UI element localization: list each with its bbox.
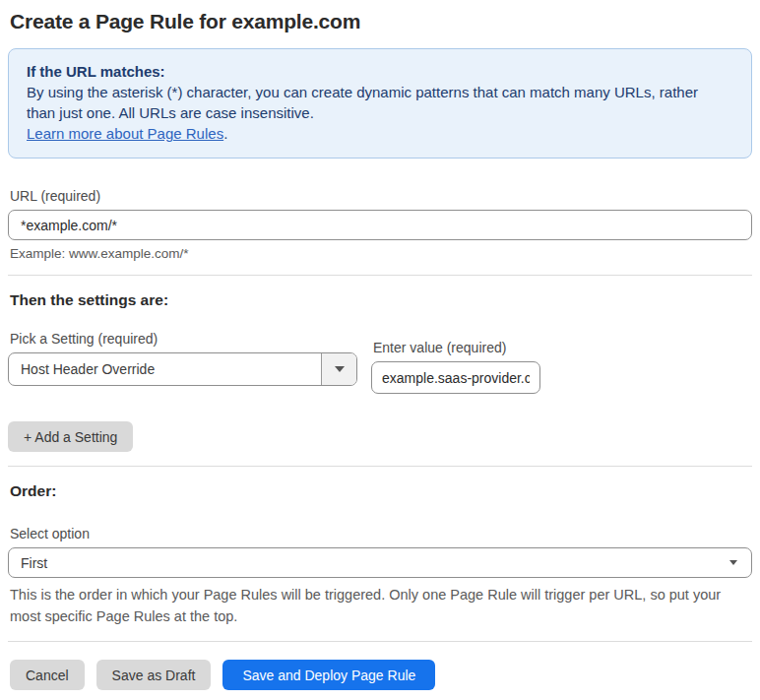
learn-more-link[interactable]: Learn more about Page Rules bbox=[27, 125, 223, 142]
order-help-text: This is the order in which your Page Rul… bbox=[10, 584, 742, 627]
add-setting-button[interactable]: + Add a Setting bbox=[8, 421, 133, 452]
order-select[interactable]: First bbox=[8, 547, 752, 578]
caret-down-icon bbox=[335, 366, 345, 372]
info-box-heading: If the URL matches: bbox=[27, 61, 733, 82]
setting-value-column: Enter value (required) bbox=[371, 340, 540, 394]
setting-picker-label: Pick a Setting (required) bbox=[10, 331, 357, 347]
url-example-hint: Example: www.example.com/* bbox=[10, 246, 752, 261]
setting-value-input[interactable] bbox=[371, 361, 540, 394]
link-suffix: . bbox=[223, 125, 227, 142]
save-draft-button[interactable]: Save as Draft bbox=[96, 660, 212, 690]
info-box-body: By using the asterisk (*) character, you… bbox=[27, 82, 716, 123]
divider bbox=[8, 275, 752, 276]
divider bbox=[8, 641, 752, 642]
setting-picker-column: Pick a Setting (required) Host Header Ov… bbox=[8, 331, 357, 386]
url-input[interactable] bbox=[8, 210, 752, 240]
setting-value-label: Enter value (required) bbox=[373, 340, 540, 355]
url-match-info-box: If the URL matches: By using the asteris… bbox=[8, 48, 752, 159]
divider bbox=[8, 466, 752, 467]
footer-actions: Cancel Save as Draft Save and Deploy Pag… bbox=[8, 660, 752, 690]
setting-row: Pick a Setting (required) Host Header Ov… bbox=[8, 331, 752, 394]
save-deploy-button[interactable]: Save and Deploy Page Rule bbox=[222, 660, 435, 690]
url-label: URL (required) bbox=[10, 188, 752, 204]
cancel-button[interactable]: Cancel bbox=[10, 660, 85, 690]
order-select-label: Select option bbox=[10, 526, 752, 541]
settings-heading: Then the settings are: bbox=[10, 291, 752, 309]
order-heading: Order: bbox=[10, 482, 752, 500]
info-box-link-line: Learn more about Page Rules. bbox=[27, 123, 733, 144]
order-select-value: First bbox=[21, 555, 47, 571]
setting-select-value: Host Header Override bbox=[9, 353, 321, 385]
setting-select-caret-button[interactable] bbox=[321, 353, 356, 385]
setting-select[interactable]: Host Header Override bbox=[8, 352, 357, 386]
page-title: Create a Page Rule for example.com bbox=[10, 10, 752, 33]
create-page-rule-form: Create a Page Rule for example.com If th… bbox=[0, 0, 760, 690]
caret-down-icon bbox=[729, 560, 737, 565]
